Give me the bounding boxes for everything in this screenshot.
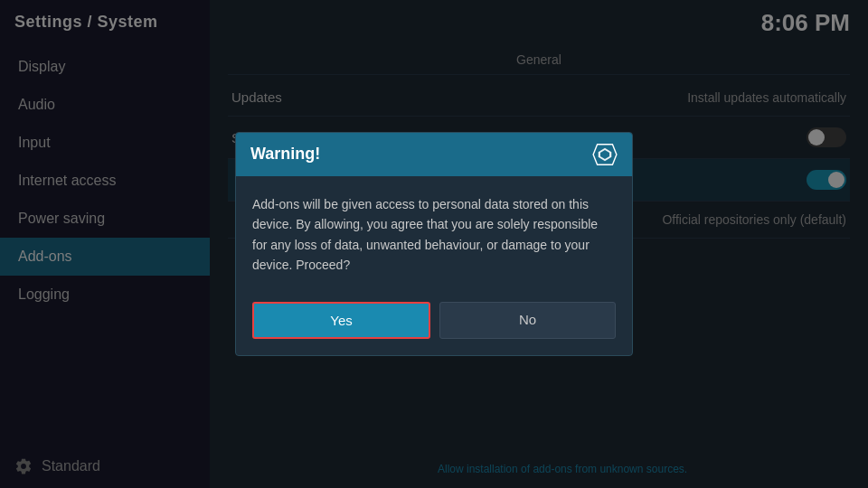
no-button[interactable]: No <box>439 302 616 339</box>
modal-overlay: Warning! Add-ons will be given access to… <box>0 0 868 488</box>
dialog-buttons: Yes No <box>236 293 632 355</box>
yes-button[interactable]: Yes <box>252 302 430 339</box>
kodi-icon <box>592 142 618 167</box>
dialog-title: Warning! <box>250 145 320 164</box>
warning-dialog: Warning! Add-ons will be given access to… <box>235 132 633 357</box>
dialog-body: Add-ons will be given access to personal… <box>236 176 632 294</box>
dialog-header: Warning! <box>236 133 632 176</box>
